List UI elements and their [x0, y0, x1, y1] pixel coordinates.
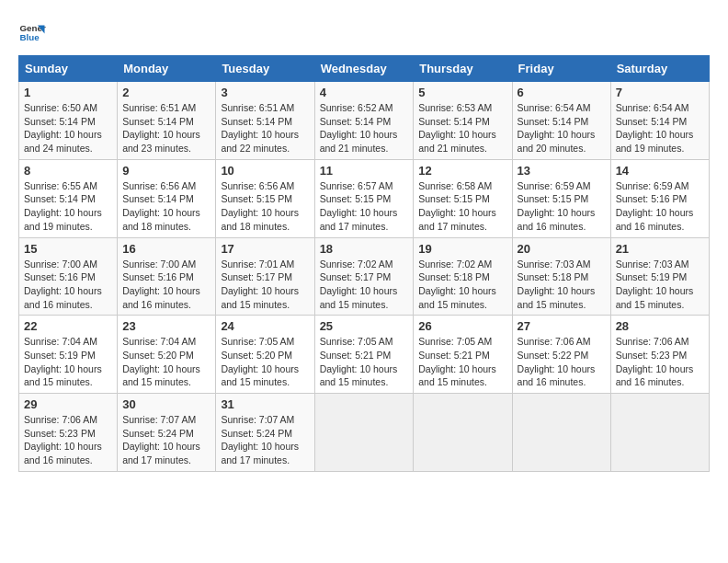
cell-sun-info: Sunrise: 7:05 AM Sunset: 5:21 PM Dayligh…	[418, 335, 506, 389]
calendar-cell: 26Sunrise: 7:05 AM Sunset: 5:21 PM Dayli…	[414, 316, 512, 394]
day-number: 15	[24, 242, 112, 256]
week-row-1: 1Sunrise: 6:50 AM Sunset: 5:14 PM Daylig…	[19, 82, 710, 160]
calendar-cell: 7Sunrise: 6:54 AM Sunset: 5:14 PM Daylig…	[610, 82, 709, 160]
day-number: 27	[518, 319, 606, 333]
day-number: 10	[221, 164, 309, 178]
logo: General Blue	[18, 18, 50, 46]
cell-sun-info: Sunrise: 7:01 AM Sunset: 5:17 PM Dayligh…	[221, 258, 309, 312]
day-number: 16	[122, 242, 210, 256]
day-number: 17	[221, 242, 309, 256]
header-wednesday: Wednesday	[314, 56, 414, 82]
day-number: 6	[518, 86, 606, 99]
calendar-cell: 27Sunrise: 7:06 AM Sunset: 5:22 PM Dayli…	[512, 316, 610, 394]
svg-text:Blue: Blue	[20, 32, 40, 42]
cell-sun-info: Sunrise: 6:54 AM Sunset: 5:14 PM Dayligh…	[616, 101, 704, 155]
cell-sun-info: Sunrise: 6:50 AM Sunset: 5:14 PM Dayligh…	[24, 101, 112, 155]
calendar-cell: 25Sunrise: 7:05 AM Sunset: 5:21 PM Dayli…	[314, 316, 414, 394]
cell-sun-info: Sunrise: 6:56 AM Sunset: 5:15 PM Dayligh…	[221, 179, 309, 234]
calendar-cell: 30Sunrise: 7:07 AM Sunset: 5:24 PM Dayli…	[118, 394, 216, 472]
cell-sun-info: Sunrise: 6:55 AM Sunset: 5:14 PM Dayligh…	[24, 179, 112, 234]
cell-sun-info: Sunrise: 7:07 AM Sunset: 5:24 PM Dayligh…	[221, 413, 309, 467]
cell-sun-info: Sunrise: 7:06 AM Sunset: 5:23 PM Dayligh…	[616, 335, 704, 389]
cell-sun-info: Sunrise: 7:04 AM Sunset: 5:19 PM Dayligh…	[24, 335, 112, 389]
calendar-cell: 4Sunrise: 6:52 AM Sunset: 5:14 PM Daylig…	[314, 82, 414, 160]
cell-sun-info: Sunrise: 7:06 AM Sunset: 5:23 PM Dayligh…	[24, 413, 112, 467]
day-number: 23	[122, 319, 210, 333]
calendar-cell: 31Sunrise: 7:07 AM Sunset: 5:24 PM Dayli…	[216, 394, 314, 472]
calendar-cell: 28Sunrise: 7:06 AM Sunset: 5:23 PM Dayli…	[610, 316, 709, 394]
cell-sun-info: Sunrise: 6:54 AM Sunset: 5:14 PM Dayligh…	[518, 101, 606, 155]
week-row-5: 29Sunrise: 7:06 AM Sunset: 5:23 PM Dayli…	[19, 394, 710, 472]
day-number: 1	[24, 86, 112, 99]
cell-sun-info: Sunrise: 7:07 AM Sunset: 5:24 PM Dayligh…	[122, 413, 210, 467]
cell-sun-info: Sunrise: 7:00 AM Sunset: 5:16 PM Dayligh…	[24, 258, 112, 312]
calendar-cell: 9Sunrise: 6:56 AM Sunset: 5:14 PM Daylig…	[118, 159, 216, 237]
day-number: 21	[616, 242, 704, 256]
header-saturday: Saturday	[610, 56, 709, 82]
day-number: 11	[320, 164, 409, 178]
calendar-cell	[610, 394, 709, 472]
day-number: 18	[320, 242, 409, 256]
header-monday: Monday	[118, 56, 216, 82]
cell-sun-info: Sunrise: 6:53 AM Sunset: 5:14 PM Dayligh…	[418, 101, 506, 155]
calendar-header-row: SundayMondayTuesdayWednesdayThursdayFrid…	[19, 56, 710, 82]
week-row-2: 8Sunrise: 6:55 AM Sunset: 5:14 PM Daylig…	[19, 159, 710, 237]
calendar-cell: 21Sunrise: 7:03 AM Sunset: 5:19 PM Dayli…	[610, 237, 709, 316]
cell-sun-info: Sunrise: 6:52 AM Sunset: 5:14 PM Dayligh…	[320, 101, 409, 155]
cell-sun-info: Sunrise: 7:03 AM Sunset: 5:18 PM Dayligh…	[518, 258, 606, 312]
day-number: 26	[418, 319, 506, 333]
day-number: 8	[24, 164, 112, 178]
calendar-cell: 3Sunrise: 6:51 AM Sunset: 5:14 PM Daylig…	[216, 82, 314, 160]
cell-sun-info: Sunrise: 7:05 AM Sunset: 5:21 PM Dayligh…	[320, 335, 409, 389]
logo-icon: General Blue	[18, 18, 46, 46]
calendar-cell: 12Sunrise: 6:58 AM Sunset: 5:15 PM Dayli…	[414, 159, 512, 237]
day-number: 7	[616, 86, 704, 99]
cell-sun-info: Sunrise: 6:58 AM Sunset: 5:15 PM Dayligh…	[418, 179, 506, 234]
day-number: 20	[518, 242, 606, 256]
day-number: 13	[518, 164, 606, 178]
calendar-cell: 23Sunrise: 7:04 AM Sunset: 5:20 PM Dayli…	[118, 316, 216, 394]
day-number: 14	[616, 164, 704, 178]
calendar-cell: 20Sunrise: 7:03 AM Sunset: 5:18 PM Dayli…	[512, 237, 610, 316]
calendar-cell	[414, 394, 512, 472]
calendar-cell: 24Sunrise: 7:05 AM Sunset: 5:20 PM Dayli…	[216, 316, 314, 394]
day-number: 30	[122, 397, 210, 411]
calendar-cell: 29Sunrise: 7:06 AM Sunset: 5:23 PM Dayli…	[19, 394, 118, 472]
calendar-cell: 10Sunrise: 6:56 AM Sunset: 5:15 PM Dayli…	[216, 159, 314, 237]
day-number: 4	[320, 86, 409, 99]
cell-sun-info: Sunrise: 7:00 AM Sunset: 5:16 PM Dayligh…	[122, 258, 210, 312]
cell-sun-info: Sunrise: 6:51 AM Sunset: 5:14 PM Dayligh…	[122, 101, 210, 155]
cell-sun-info: Sunrise: 7:02 AM Sunset: 5:18 PM Dayligh…	[418, 258, 506, 312]
calendar-cell: 22Sunrise: 7:04 AM Sunset: 5:19 PM Dayli…	[19, 316, 118, 394]
header-thursday: Thursday	[414, 56, 512, 82]
calendar-cell	[314, 394, 414, 472]
day-number: 5	[418, 86, 506, 99]
week-row-4: 22Sunrise: 7:04 AM Sunset: 5:19 PM Dayli…	[19, 316, 710, 394]
cell-sun-info: Sunrise: 7:04 AM Sunset: 5:20 PM Dayligh…	[122, 335, 210, 389]
day-number: 9	[122, 164, 210, 178]
header-tuesday: Tuesday	[216, 56, 314, 82]
calendar-cell: 16Sunrise: 7:00 AM Sunset: 5:16 PM Dayli…	[118, 237, 216, 316]
cell-sun-info: Sunrise: 7:06 AM Sunset: 5:22 PM Dayligh…	[518, 335, 606, 389]
day-number: 3	[221, 86, 309, 99]
cell-sun-info: Sunrise: 6:59 AM Sunset: 5:15 PM Dayligh…	[518, 179, 606, 234]
calendar-cell: 15Sunrise: 7:00 AM Sunset: 5:16 PM Dayli…	[19, 237, 118, 316]
cell-sun-info: Sunrise: 6:59 AM Sunset: 5:16 PM Dayligh…	[616, 179, 704, 234]
calendar-table: SundayMondayTuesdayWednesdayThursdayFrid…	[18, 55, 710, 472]
calendar-cell: 14Sunrise: 6:59 AM Sunset: 5:16 PM Dayli…	[610, 159, 709, 237]
calendar-cell: 19Sunrise: 7:02 AM Sunset: 5:18 PM Dayli…	[414, 237, 512, 316]
calendar-cell: 17Sunrise: 7:01 AM Sunset: 5:17 PM Dayli…	[216, 237, 314, 316]
week-row-3: 15Sunrise: 7:00 AM Sunset: 5:16 PM Dayli…	[19, 237, 710, 316]
cell-sun-info: Sunrise: 6:57 AM Sunset: 5:15 PM Dayligh…	[320, 179, 409, 234]
calendar-cell: 18Sunrise: 7:02 AM Sunset: 5:17 PM Dayli…	[314, 237, 414, 316]
cell-sun-info: Sunrise: 6:51 AM Sunset: 5:14 PM Dayligh…	[221, 101, 309, 155]
cell-sun-info: Sunrise: 6:56 AM Sunset: 5:14 PM Dayligh…	[122, 179, 210, 234]
header-friday: Friday	[512, 56, 610, 82]
day-number: 29	[24, 397, 112, 411]
calendar-cell: 2Sunrise: 6:51 AM Sunset: 5:14 PM Daylig…	[118, 82, 216, 160]
calendar-cell: 13Sunrise: 6:59 AM Sunset: 5:15 PM Dayli…	[512, 159, 610, 237]
day-number: 25	[320, 319, 409, 333]
day-number: 19	[418, 242, 506, 256]
calendar-cell	[512, 394, 610, 472]
day-number: 12	[418, 164, 506, 178]
